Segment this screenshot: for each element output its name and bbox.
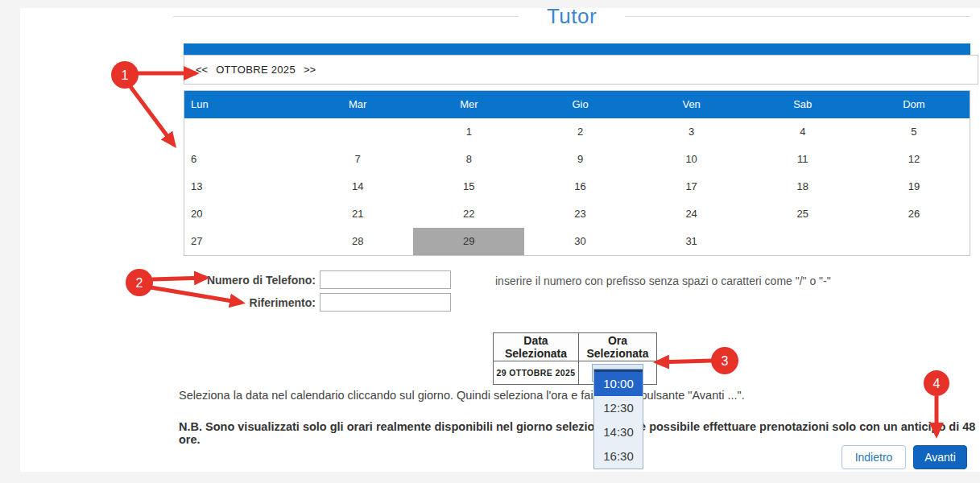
calendar-empty-cell (747, 228, 858, 255)
phone-input[interactable] (320, 270, 451, 289)
calendar-day[interactable]: 14 (302, 173, 413, 200)
reference-label: Riferimento: (185, 293, 316, 313)
weekday-label: Dom (858, 91, 970, 118)
calendar-top-bar (184, 43, 970, 55)
calendar-day[interactable]: 20 (184, 200, 302, 228)
calendar-day[interactable]: 18 (747, 173, 858, 200)
calendar-empty-cell (858, 228, 970, 255)
page-title: Tutor (547, 4, 597, 29)
weekday-label: Mar (302, 91, 413, 118)
calendar-day[interactable]: 11 (747, 146, 858, 173)
time-dropdown-popup: 10:0012:3014:3016:30 (593, 369, 643, 469)
calendar-day[interactable]: 2 (524, 118, 635, 146)
calendar-day[interactable]: 30 (524, 228, 635, 255)
calendar-month-nav: << OTTOBRE 2025 >> (184, 55, 978, 85)
weekday-label: Ven (636, 91, 747, 118)
calendar-week-row: 20212223242526 (184, 200, 970, 228)
calendar-week-row: 12345 (184, 118, 970, 146)
prev-month-button[interactable]: << (196, 64, 208, 76)
calendar-empty-cell (302, 118, 413, 146)
calendar-week-row: 2728293031 (184, 228, 970, 255)
calendar-day[interactable]: 9 (524, 146, 635, 173)
calendar-week-row: 6789101112 (184, 146, 970, 173)
time-option[interactable]: 16:30 (594, 444, 643, 469)
calendar-empty-cell (184, 118, 302, 146)
calendar-day[interactable]: 31 (636, 228, 747, 255)
calendar-day[interactable]: 28 (302, 228, 413, 255)
time-dropdown-options: 10:0012:3014:3016:30 (594, 372, 643, 469)
calendar-day[interactable]: 12 (858, 146, 970, 173)
phone-label: Numero di Telefono: (185, 270, 316, 291)
time-option[interactable]: 14:30 (594, 420, 643, 444)
calendar-date-grid: 1234567891011121314151617181920212223242… (184, 118, 970, 255)
next-month-button[interactable]: >> (304, 64, 316, 76)
calendar-day[interactable]: 7 (302, 146, 413, 173)
calendar-day[interactable]: 29 (413, 228, 524, 255)
selected-date-value: 29 OTTOBRE 2025 (494, 361, 579, 385)
calendar-weekday-header: LunMarMerGioVenSabDom (184, 91, 970, 118)
weekday-label: Mer (413, 91, 524, 118)
calendar-day[interactable]: 17 (636, 173, 747, 200)
calendar-day[interactable]: 21 (302, 200, 413, 228)
calendar-day[interactable]: 24 (636, 200, 747, 228)
weekday-label: Lun (184, 91, 302, 118)
page-title-row: Tutor (173, 3, 970, 29)
calendar-day[interactable]: 27 (184, 228, 302, 255)
calendar-day[interactable]: 6 (184, 146, 302, 173)
calendar-day[interactable]: 25 (747, 200, 858, 228)
phone-hint-text: inserire il numero con prefisso senza sp… (495, 275, 831, 287)
reference-input[interactable] (320, 293, 451, 312)
calendar-week-row: 13141516171819 (184, 173, 970, 200)
calendar-day[interactable]: 13 (184, 173, 302, 200)
instruction-text: Seleziona la data nel calendario cliccan… (179, 389, 745, 402)
title-divider-right (625, 16, 970, 17)
weekday-label: Gio (524, 91, 635, 118)
current-month-label: OTTOBRE 2025 (216, 64, 296, 76)
weekday-label: Sab (747, 91, 858, 118)
calendar-table: LunMarMerGioVenSabDom 123456789101112131… (184, 90, 970, 256)
selected-date-header: Data Selezionata (494, 333, 579, 361)
tutor-booking-page: Tutor << OTTOBRE 2025 >> LunMarMerGioVen… (0, 0, 980, 483)
calendar-day[interactable]: 26 (858, 200, 970, 228)
calendar-day[interactable]: 22 (413, 200, 524, 228)
calendar-day[interactable]: 5 (858, 118, 970, 146)
calendar-day[interactable]: 3 (636, 118, 747, 146)
nb-instruction-text: N.B. Sono visualizzati solo gli orari re… (179, 420, 980, 446)
calendar-day[interactable]: 19 (858, 173, 970, 200)
back-button[interactable]: Indietro (841, 445, 906, 469)
calendar-day[interactable]: 15 (413, 173, 524, 200)
title-divider-left (173, 16, 519, 17)
calendar-day[interactable]: 10 (636, 146, 747, 173)
next-button[interactable]: Avanti (913, 445, 967, 469)
time-option[interactable]: 10:00 (594, 372, 643, 396)
calendar-day[interactable]: 8 (413, 146, 524, 173)
calendar-day[interactable]: 16 (524, 173, 635, 200)
calendar-day[interactable]: 4 (747, 118, 858, 146)
selected-time-header: Ora Selezionata (579, 333, 657, 361)
calendar-day[interactable]: 23 (524, 200, 635, 228)
time-option[interactable]: 12:30 (594, 396, 643, 420)
calendar-day[interactable]: 1 (413, 118, 524, 146)
